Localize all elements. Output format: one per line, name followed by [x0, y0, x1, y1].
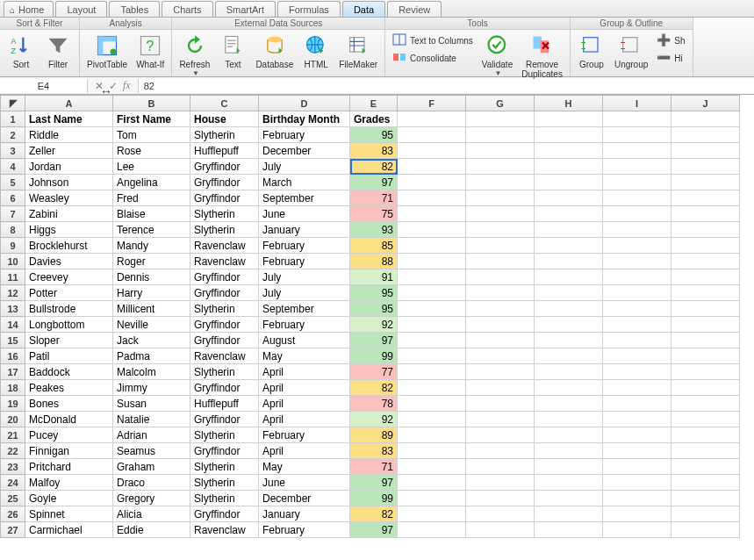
empty-cell[interactable] — [466, 348, 535, 364]
empty-cell[interactable] — [398, 380, 466, 396]
data-cell[interactable]: Slytherin — [190, 206, 259, 222]
grade-cell[interactable]: 92 — [350, 412, 398, 427]
grade-cell[interactable]: 97 — [350, 333, 398, 348]
data-cell[interactable]: Jimmy — [113, 380, 190, 396]
empty-cell[interactable] — [466, 317, 535, 333]
header-cell[interactable] — [603, 111, 671, 127]
empty-cell[interactable] — [671, 190, 740, 206]
cancel-formula-icon[interactable]: ✕ — [95, 80, 104, 92]
header-cell[interactable]: Last Name — [25, 111, 113, 127]
empty-cell[interactable] — [671, 427, 740, 443]
grade-cell[interactable]: 75 — [350, 206, 398, 222]
empty-cell[interactable] — [398, 269, 466, 285]
empty-cell[interactable] — [671, 143, 740, 159]
empty-cell[interactable] — [398, 301, 466, 317]
data-cell[interactable]: Gryffindor — [190, 333, 259, 348]
data-cell[interactable]: Fred — [113, 190, 190, 206]
data-cell[interactable]: July — [259, 285, 350, 301]
data-cell[interactable]: Malcolm — [113, 364, 190, 380]
empty-cell[interactable] — [671, 522, 740, 538]
text-import-button[interactable]: Text — [217, 32, 248, 71]
grade-cell[interactable]: 95 — [350, 285, 398, 301]
ungroup-button[interactable]: Ungroup — [613, 32, 650, 71]
empty-cell[interactable] — [671, 222, 740, 238]
data-cell[interactable]: Potter — [25, 285, 113, 301]
data-cell[interactable]: Blaise — [113, 206, 190, 222]
group-button[interactable]: Group — [576, 32, 607, 71]
data-cell[interactable]: February — [259, 522, 350, 538]
formula-input[interactable]: 82 — [138, 79, 754, 93]
empty-cell[interactable] — [398, 396, 466, 412]
header-cell[interactable]: House — [190, 111, 259, 127]
row-header-17[interactable]: 17 — [1, 364, 25, 380]
data-cell[interactable]: Longbottom — [25, 317, 113, 333]
accept-formula-icon[interactable]: ✓ — [109, 80, 118, 92]
empty-cell[interactable] — [535, 522, 603, 538]
empty-cell[interactable] — [535, 206, 603, 222]
data-cell[interactable]: December — [259, 143, 350, 159]
grade-cell[interactable]: 83 — [350, 143, 398, 159]
data-cell[interactable]: February — [259, 127, 350, 143]
empty-cell[interactable] — [466, 301, 535, 317]
data-cell[interactable]: Peakes — [25, 380, 113, 396]
grade-cell[interactable]: 91 — [350, 269, 398, 285]
row-header-27[interactable]: 27 — [1, 522, 25, 538]
col-header-D[interactable]: D — [259, 96, 350, 111]
col-header-A[interactable]: A — [25, 96, 113, 111]
data-cell[interactable]: Angelina — [113, 175, 190, 190]
data-cell[interactable]: Graham — [113, 459, 190, 475]
empty-cell[interactable] — [603, 285, 671, 301]
row-header-13[interactable]: 13 — [1, 301, 25, 317]
empty-cell[interactable] — [398, 206, 466, 222]
pivottable-button[interactable]: PivotTable — [85, 32, 129, 71]
data-cell[interactable]: June — [259, 475, 350, 491]
empty-cell[interactable] — [466, 412, 535, 427]
grade-cell[interactable]: 82 — [350, 380, 398, 396]
col-header-J[interactable]: J — [671, 96, 740, 111]
empty-cell[interactable] — [603, 317, 671, 333]
empty-cell[interactable] — [398, 175, 466, 190]
empty-cell[interactable] — [535, 443, 603, 459]
col-header-F[interactable]: F — [398, 96, 466, 111]
empty-cell[interactable] — [671, 254, 740, 269]
fx-icon[interactable]: fx — [123, 79, 131, 92]
text-to-columns-button[interactable]: Text to Columns — [391, 32, 475, 47]
empty-cell[interactable] — [671, 206, 740, 222]
filter-button[interactable]: Filter — [42, 32, 74, 71]
data-cell[interactable]: Patil — [25, 348, 113, 364]
empty-cell[interactable] — [671, 238, 740, 254]
data-cell[interactable]: Weasley — [25, 190, 113, 206]
data-cell[interactable]: Gryffindor — [190, 159, 259, 175]
empty-cell[interactable] — [466, 143, 535, 159]
data-cell[interactable]: January — [259, 506, 350, 522]
header-cell[interactable]: Grades — [350, 111, 398, 127]
data-cell[interactable]: Rose — [113, 143, 190, 159]
row-header-3[interactable]: 3 — [1, 143, 25, 159]
row-header-19[interactable]: 19 — [1, 396, 25, 412]
empty-cell[interactable] — [398, 254, 466, 269]
data-cell[interactable]: Roger — [113, 254, 190, 269]
data-cell[interactable]: Gryffindor — [190, 175, 259, 190]
empty-cell[interactable] — [603, 206, 671, 222]
empty-cell[interactable] — [466, 506, 535, 522]
data-cell[interactable]: Alicia — [113, 506, 190, 522]
row-header-10[interactable]: 10 — [1, 254, 25, 269]
empty-cell[interactable] — [466, 175, 535, 190]
data-cell[interactable]: July — [259, 159, 350, 175]
data-cell[interactable]: Hufflepuff — [190, 396, 259, 412]
row-header-9[interactable]: 9 — [1, 238, 25, 254]
empty-cell[interactable] — [535, 506, 603, 522]
data-cell[interactable]: Natalie — [113, 412, 190, 427]
empty-cell[interactable] — [535, 317, 603, 333]
data-cell[interactable]: Riddle — [25, 127, 113, 143]
data-cell[interactable]: Slytherin — [190, 127, 259, 143]
grade-cell[interactable]: 83 — [350, 443, 398, 459]
grade-cell[interactable]: 97 — [350, 175, 398, 190]
empty-cell[interactable] — [466, 380, 535, 396]
data-cell[interactable]: Gryffindor — [190, 412, 259, 427]
data-cell[interactable]: April — [259, 412, 350, 427]
empty-cell[interactable] — [398, 459, 466, 475]
empty-cell[interactable] — [535, 269, 603, 285]
grade-cell[interactable]: 95 — [350, 127, 398, 143]
data-cell[interactable]: April — [259, 396, 350, 412]
